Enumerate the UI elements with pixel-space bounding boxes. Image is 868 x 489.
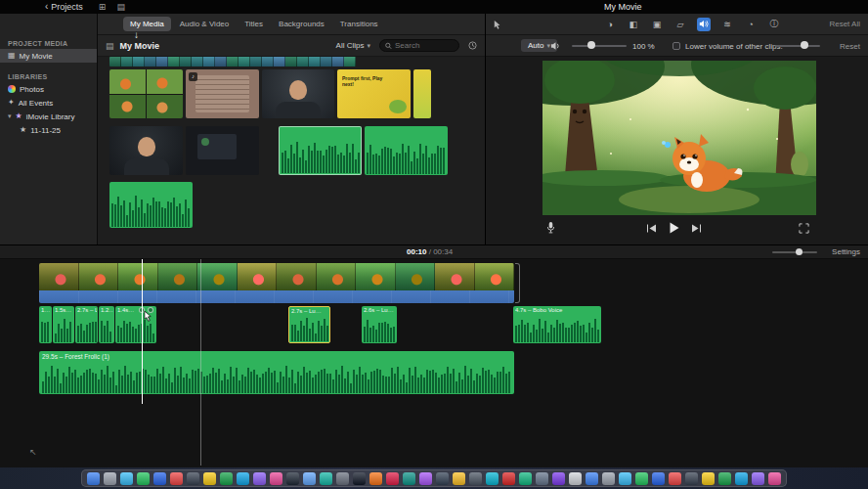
dock-icon[interactable] — [602, 472, 615, 485]
dock-icon[interactable] — [453, 472, 465, 485]
dock-icon[interactable] — [320, 472, 332, 485]
tab-audio-video[interactable]: Audio & Video — [173, 17, 237, 31]
audio-clip-thumbnail-selected[interactable] — [279, 126, 362, 175]
dock-icon[interactable] — [137, 472, 150, 485]
video-clip-filmstrip[interactable] — [39, 263, 514, 290]
dock-icon[interactable] — [768, 472, 781, 485]
audio-clip[interactable]: 1.5s… — [53, 306, 74, 343]
dock-icon[interactable] — [619, 472, 631, 485]
clip-end-handle[interactable] — [515, 263, 520, 303]
dock-icon[interactable] — [87, 472, 100, 485]
list-icon[interactable]: ▤ — [116, 3, 125, 12]
dock-icon[interactable] — [586, 472, 598, 485]
clip-filter-dropdown[interactable]: All Clips ▾ — [336, 41, 370, 50]
voiceover-mic-icon[interactable] — [546, 221, 555, 234]
crop-icon[interactable]: ▣ — [650, 18, 664, 31]
fullscreen-icon[interactable] — [799, 223, 809, 234]
stabilization-icon[interactable]: ▱ — [673, 18, 687, 31]
dock-icon[interactable] — [652, 472, 665, 485]
clip-thumbnail-fox-frames[interactable] — [109, 69, 183, 118]
settings-button[interactable]: Settings — [832, 247, 860, 256]
dock-icon[interactable] — [419, 472, 432, 485]
audio-clip[interactable]: 1.2… — [99, 306, 114, 343]
search-input[interactable] — [395, 41, 454, 50]
timeline-zoom-slider[interactable] — [772, 251, 817, 253]
volume-slider[interactable] — [572, 42, 627, 51]
audio-clip[interactable]: 1… — [39, 306, 52, 343]
dock-icon[interactable] — [635, 472, 648, 485]
playhead[interactable] — [142, 259, 143, 404]
dock-icon[interactable] — [353, 472, 366, 485]
grid-icon[interactable]: ⊞ — [99, 3, 107, 12]
play-button[interactable] — [670, 222, 679, 234]
previous-button[interactable] — [646, 224, 657, 233]
clock-icon[interactable] — [468, 41, 477, 50]
slider-knob[interactable] — [801, 41, 808, 49]
dock-icon[interactable] — [270, 472, 282, 485]
tab-backgrounds[interactable]: Backgrounds — [272, 17, 331, 31]
clip-thumbnail-person-dark[interactable] — [109, 126, 183, 175]
audio-clip-selected[interactable]: 2.7s – Lu… — [288, 306, 330, 343]
info-icon[interactable]: ⓘ — [767, 18, 781, 31]
audio-clip-bobo-voice[interactable]: 4.7s – Bobo Voice — [513, 306, 601, 343]
reset-button[interactable]: Reset — [840, 42, 860, 51]
dock-icon[interactable] — [469, 472, 482, 485]
dock-icon[interactable] — [253, 472, 266, 485]
dock-icon[interactable] — [187, 472, 199, 485]
volume-icon[interactable] — [697, 18, 711, 31]
audio-clip-thumbnail[interactable] — [365, 126, 448, 175]
sidebar-item-photos[interactable]: Photos — [0, 82, 97, 96]
dock-icon[interactable] — [519, 472, 532, 485]
dock-icon[interactable] — [569, 472, 582, 485]
speed-icon[interactable]: ◔ — [744, 18, 758, 31]
audio-clip[interactable]: 2.7s – L… — [75, 306, 98, 343]
tab-my-media[interactable]: My Media — [123, 17, 171, 31]
clip-thumbnail-partial[interactable] — [413, 69, 431, 118]
dock-icon[interactable] — [685, 472, 698, 485]
ducking-slider[interactable] — [775, 42, 820, 51]
dock-icon[interactable] — [702, 472, 715, 485]
dock-icon[interactable] — [203, 472, 216, 485]
dock-icon[interactable] — [486, 472, 499, 485]
dock-icon[interactable] — [153, 472, 166, 485]
projects-back-button[interactable]: ‹ Projects — [45, 2, 83, 12]
tab-transitions[interactable]: Transitions — [333, 17, 385, 31]
dock-icon[interactable] — [403, 472, 415, 485]
dock-icon[interactable] — [536, 472, 548, 485]
dock-icon[interactable] — [303, 472, 316, 485]
reset-all-button[interactable]: Reset All — [829, 20, 860, 28]
dock-icon[interactable] — [369, 472, 382, 485]
next-button[interactable] — [691, 224, 702, 233]
dock-icon[interactable] — [752, 472, 764, 485]
dock-icon[interactable] — [220, 472, 233, 485]
noise-reduction-icon[interactable]: ≋ — [720, 18, 734, 31]
lower-volume-checkbox[interactable] — [673, 42, 680, 50]
tab-titles[interactable]: Titles — [238, 17, 270, 31]
dock-icon[interactable] — [718, 472, 731, 485]
dock-icon[interactable] — [286, 472, 299, 485]
audio-clip-thumbnail[interactable] — [109, 182, 193, 228]
slider-knob[interactable] — [587, 41, 595, 49]
background-music-clip[interactable]: 29.5s – Forest Frolic (1) — [39, 351, 514, 394]
color-balance-icon[interactable]: ◑ — [603, 18, 617, 31]
audio-clip[interactable]: 2.6s – Lu… — [362, 306, 397, 343]
dock-icon[interactable] — [436, 472, 449, 485]
expanded-clip-filmstrip[interactable] — [109, 57, 357, 67]
color-correction-icon[interactable]: ◧ — [627, 18, 640, 31]
dock-icon[interactable] — [237, 472, 249, 485]
dock-icon[interactable] — [502, 472, 515, 485]
video-clip-audio-bar[interactable] — [39, 290, 514, 303]
dock-icon[interactable] — [104, 472, 116, 485]
sidebar-item-imovie-library[interactable]: ▾ ★ iMovie Library — [0, 110, 97, 123]
clip-thumbnail-screen-recording[interactable] — [186, 126, 259, 175]
dock-icon[interactable] — [669, 472, 681, 485]
slider-knob[interactable] — [796, 248, 803, 255]
dock-icon[interactable] — [386, 472, 399, 485]
clip-thumbnail-notes[interactable]: ♪ — [186, 69, 259, 118]
dock-icon[interactable] — [170, 472, 183, 485]
dock-icon[interactable] — [552, 472, 565, 485]
dock-icon[interactable] — [336, 472, 349, 485]
dock-icon[interactable] — [120, 472, 133, 485]
video-preview[interactable] — [542, 61, 816, 215]
clip-thumbnail-slide[interactable]: Prompt first, Play next! — [337, 69, 411, 118]
